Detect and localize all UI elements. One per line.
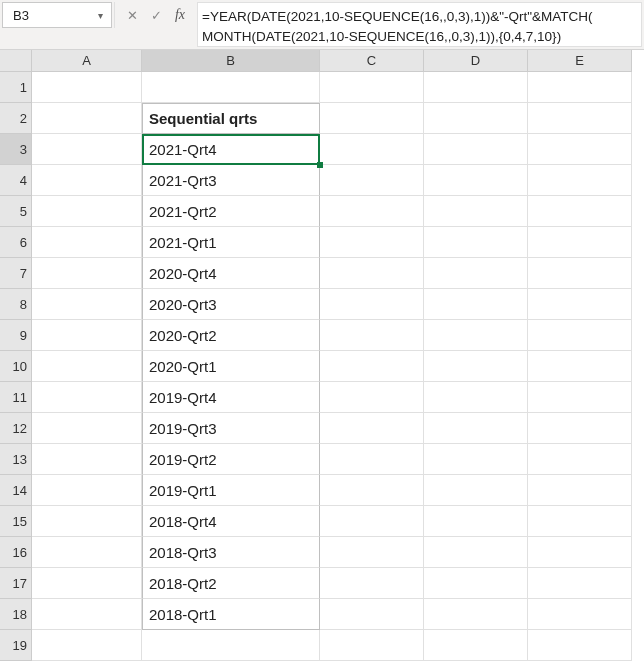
- cell-B2[interactable]: Sequential qrts: [142, 103, 320, 134]
- cell-C12[interactable]: [320, 413, 424, 444]
- cell-B12[interactable]: 2019-Qrt3: [142, 413, 320, 444]
- cell-A15[interactable]: [32, 506, 142, 537]
- cell-B8[interactable]: 2020-Qrt3: [142, 289, 320, 320]
- cell-D7[interactable]: [424, 258, 528, 289]
- row-header-14[interactable]: 14: [0, 475, 32, 506]
- cell-C1[interactable]: [320, 72, 424, 103]
- cell-B18[interactable]: 2018-Qrt1: [142, 599, 320, 630]
- cell-C16[interactable]: [320, 537, 424, 568]
- cell-B9[interactable]: 2020-Qrt2: [142, 320, 320, 351]
- cell-E10[interactable]: [528, 351, 632, 382]
- cell-D6[interactable]: [424, 227, 528, 258]
- cell-C6[interactable]: [320, 227, 424, 258]
- cell-E8[interactable]: [528, 289, 632, 320]
- cell-E17[interactable]: [528, 568, 632, 599]
- row-header-8[interactable]: 8: [0, 289, 32, 320]
- cell-A13[interactable]: [32, 444, 142, 475]
- row-header-6[interactable]: 6: [0, 227, 32, 258]
- cell-B16[interactable]: 2018-Qrt3: [142, 537, 320, 568]
- cell-C15[interactable]: [320, 506, 424, 537]
- row-header-18[interactable]: 18: [0, 599, 32, 630]
- cell-A6[interactable]: [32, 227, 142, 258]
- cell-B13[interactable]: 2019-Qrt2: [142, 444, 320, 475]
- cell-B3[interactable]: 2021-Qrt4: [142, 134, 320, 165]
- cell-A3[interactable]: [32, 134, 142, 165]
- col-header-D[interactable]: D: [424, 50, 528, 72]
- row-header-9[interactable]: 9: [0, 320, 32, 351]
- name-box-wrap[interactable]: B3 ▾: [2, 2, 112, 28]
- row-header-17[interactable]: 17: [0, 568, 32, 599]
- cell-D19[interactable]: [424, 630, 528, 661]
- col-header-B[interactable]: B: [142, 50, 320, 72]
- cell-C9[interactable]: [320, 320, 424, 351]
- cell-E9[interactable]: [528, 320, 632, 351]
- row-header-4[interactable]: 4: [0, 165, 32, 196]
- cell-D4[interactable]: [424, 165, 528, 196]
- cell-E6[interactable]: [528, 227, 632, 258]
- cell-B14[interactable]: 2019-Qrt1: [142, 475, 320, 506]
- cell-B1[interactable]: [142, 72, 320, 103]
- cell-A4[interactable]: [32, 165, 142, 196]
- cell-C7[interactable]: [320, 258, 424, 289]
- cell-D1[interactable]: [424, 72, 528, 103]
- cell-E13[interactable]: [528, 444, 632, 475]
- cell-E19[interactable]: [528, 630, 632, 661]
- cell-D17[interactable]: [424, 568, 528, 599]
- row-header-15[interactable]: 15: [0, 506, 32, 537]
- cell-A14[interactable]: [32, 475, 142, 506]
- cell-E3[interactable]: [528, 134, 632, 165]
- cell-B6[interactable]: 2021-Qrt1: [142, 227, 320, 258]
- cell-C13[interactable]: [320, 444, 424, 475]
- cell-D12[interactable]: [424, 413, 528, 444]
- cell-D3[interactable]: [424, 134, 528, 165]
- cell-C18[interactable]: [320, 599, 424, 630]
- select-all-corner[interactable]: [0, 50, 32, 72]
- cell-E11[interactable]: [528, 382, 632, 413]
- cell-B5[interactable]: 2021-Qrt2: [142, 196, 320, 227]
- cell-D16[interactable]: [424, 537, 528, 568]
- cell-E15[interactable]: [528, 506, 632, 537]
- cell-B4[interactable]: 2021-Qrt3: [142, 165, 320, 196]
- cell-E2[interactable]: [528, 103, 632, 134]
- cell-A8[interactable]: [32, 289, 142, 320]
- spreadsheet-grid[interactable]: A B C D E 1 2 Sequential qrts 3 2021-Qrt…: [0, 50, 644, 661]
- cell-D14[interactable]: [424, 475, 528, 506]
- fx-icon[interactable]: fx: [171, 6, 189, 24]
- cell-C11[interactable]: [320, 382, 424, 413]
- row-header-11[interactable]: 11: [0, 382, 32, 413]
- row-header-5[interactable]: 5: [0, 196, 32, 227]
- fill-handle[interactable]: [317, 162, 323, 168]
- cell-C2[interactable]: [320, 103, 424, 134]
- cell-B19[interactable]: [142, 630, 320, 661]
- cell-A12[interactable]: [32, 413, 142, 444]
- row-header-13[interactable]: 13: [0, 444, 32, 475]
- cell-C17[interactable]: [320, 568, 424, 599]
- cell-B15[interactable]: 2018-Qrt4: [142, 506, 320, 537]
- col-header-A[interactable]: A: [32, 50, 142, 72]
- row-header-1[interactable]: 1: [0, 72, 32, 103]
- row-header-3[interactable]: 3: [0, 134, 32, 165]
- cell-D5[interactable]: [424, 196, 528, 227]
- cell-D11[interactable]: [424, 382, 528, 413]
- cell-C8[interactable]: [320, 289, 424, 320]
- cell-B7[interactable]: 2020-Qrt4: [142, 258, 320, 289]
- name-box[interactable]: B3: [7, 8, 93, 23]
- cell-E18[interactable]: [528, 599, 632, 630]
- formula-input[interactable]: =YEAR(DATE(2021,10-SEQUENCE(16,,0,3),1))…: [197, 2, 642, 47]
- cell-C19[interactable]: [320, 630, 424, 661]
- cell-D9[interactable]: [424, 320, 528, 351]
- cell-A10[interactable]: [32, 351, 142, 382]
- cell-A9[interactable]: [32, 320, 142, 351]
- name-box-dropdown-icon[interactable]: ▾: [93, 10, 107, 21]
- col-header-C[interactable]: C: [320, 50, 424, 72]
- cell-A7[interactable]: [32, 258, 142, 289]
- cell-A16[interactable]: [32, 537, 142, 568]
- row-header-10[interactable]: 10: [0, 351, 32, 382]
- cancel-formula-icon[interactable]: ✕: [123, 6, 141, 24]
- row-header-12[interactable]: 12: [0, 413, 32, 444]
- cell-C14[interactable]: [320, 475, 424, 506]
- row-header-2[interactable]: 2: [0, 103, 32, 134]
- cell-E12[interactable]: [528, 413, 632, 444]
- cell-D13[interactable]: [424, 444, 528, 475]
- cell-E7[interactable]: [528, 258, 632, 289]
